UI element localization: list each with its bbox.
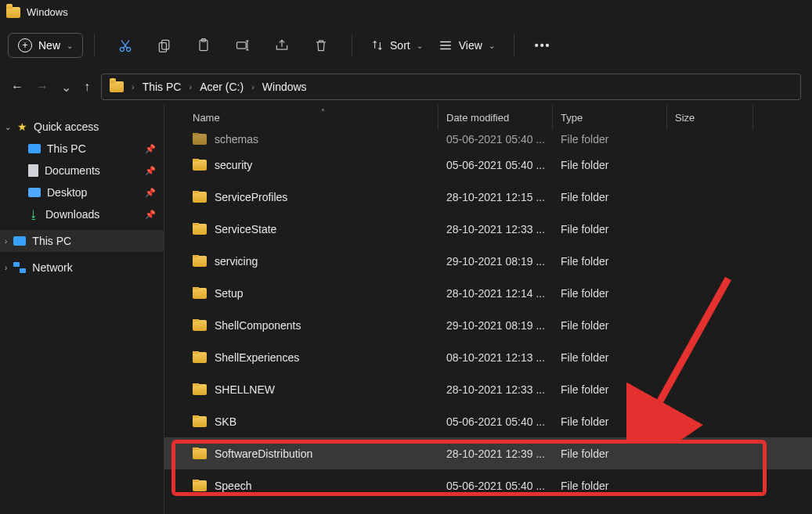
sidebar-item-label: This PC xyxy=(47,142,86,155)
file-name: SoftwareDistribution xyxy=(215,448,312,460)
file-row[interactable]: SHELLNEW28-10-2021 12:33 ...File folder xyxy=(164,373,812,405)
delete-icon[interactable] xyxy=(312,37,330,54)
copy-icon[interactable] xyxy=(156,37,173,54)
chevron-right-icon: › xyxy=(5,264,7,272)
column-name[interactable]: Name xyxy=(185,105,438,130)
window-title: Windows xyxy=(27,6,68,18)
file-type: File folder xyxy=(553,255,667,268)
file-date: 05-06-2021 05:40 ... xyxy=(438,159,553,171)
sidebar-item-label: Documents xyxy=(45,164,100,177)
desktop-icon xyxy=(28,188,41,197)
folder-icon xyxy=(193,352,207,363)
file-row[interactable]: Speech05-06-2021 05:40 ...File folder xyxy=(164,469,812,501)
separator xyxy=(94,34,95,56)
address-bar[interactable]: › This PC › Acer (C:) › Windows xyxy=(101,74,801,100)
folder-icon xyxy=(193,320,207,331)
file-type: File folder xyxy=(553,223,667,235)
file-date: 29-10-2021 08:19 ... xyxy=(438,255,553,268)
file-date: 28-10-2021 12:39 ... xyxy=(438,448,553,460)
file-name: ShellExperiences xyxy=(215,351,299,364)
new-button[interactable]: + New ⌄ xyxy=(8,33,83,58)
nav-bar: ← → ⌄ ↑ › This PC › Acer (C:) › Windows xyxy=(0,69,812,105)
cut-icon[interactable] xyxy=(117,37,134,54)
up-button[interactable]: ↑ xyxy=(84,80,90,94)
view-button[interactable]: View ⌄ xyxy=(438,39,495,52)
svg-rect-2 xyxy=(162,40,169,49)
file-name: Speech xyxy=(215,480,251,492)
svg-rect-6 xyxy=(237,42,247,49)
file-date: 29-10-2021 08:19 ... xyxy=(438,319,553,332)
file-type: File folder xyxy=(553,319,667,332)
sidebar-this-pc-quick[interactable]: This PC 📌 xyxy=(0,138,164,160)
back-button[interactable]: ← xyxy=(11,80,23,94)
forward-button[interactable]: → xyxy=(36,80,49,94)
chevron-right-icon: › xyxy=(251,82,254,92)
file-row[interactable]: schemas05-06-2021 05:40 ...File folder xyxy=(164,130,812,149)
chevron-down-icon: ⌄ xyxy=(5,123,11,131)
column-type[interactable]: Type xyxy=(553,105,667,130)
more-button[interactable]: ••• xyxy=(535,39,551,52)
file-type: File folder xyxy=(553,480,667,492)
folder-icon xyxy=(193,224,207,235)
sidebar-documents[interactable]: Documents 📌 xyxy=(0,160,164,182)
file-row[interactable]: ServiceProfiles28-10-2021 12:15 ...File … xyxy=(164,181,812,213)
file-row[interactable]: ServiceState28-10-2021 12:33 ...File fol… xyxy=(164,213,812,245)
file-type: File folder xyxy=(553,351,667,364)
file-date: 05-06-2021 05:40 ... xyxy=(438,480,553,492)
separator xyxy=(352,34,352,56)
file-name: ServiceState xyxy=(215,223,276,235)
file-row[interactable]: ShellExperiences08-10-2021 12:13 ...File… xyxy=(164,341,812,373)
file-list-area: ˄ Name Date modified Type Size schemas05… xyxy=(164,105,812,514)
chevron-right-icon: › xyxy=(5,237,7,246)
recent-locations-button[interactable]: ⌄ xyxy=(61,80,71,95)
file-type: File folder xyxy=(553,448,667,460)
chevron-down-icon: ⌄ xyxy=(67,41,73,50)
file-row[interactable]: SoftwareDistribution28-10-2021 12:39 ...… xyxy=(164,437,812,469)
breadcrumb-drive[interactable]: Acer (C:) xyxy=(200,81,244,93)
folder-icon xyxy=(193,384,207,395)
sort-label: Sort xyxy=(390,39,410,52)
file-date: 28-10-2021 12:14 ... xyxy=(438,287,553,300)
sidebar-this-pc[interactable]: › This PC xyxy=(0,230,164,252)
file-name: ShellComponents xyxy=(215,319,301,332)
pin-icon: 📌 xyxy=(145,144,156,154)
folder-icon xyxy=(193,134,207,145)
file-name: Setup xyxy=(215,287,244,300)
file-row[interactable]: ShellComponents29-10-2021 08:19 ...File … xyxy=(164,309,812,341)
folder-icon xyxy=(193,448,207,459)
rename-icon[interactable] xyxy=(234,37,251,54)
file-type: File folder xyxy=(553,415,667,428)
network-icon xyxy=(13,262,26,273)
sidebar-desktop[interactable]: Desktop 📌 xyxy=(0,182,164,203)
pin-icon: 📌 xyxy=(145,166,156,176)
file-date: 28-10-2021 12:33 ... xyxy=(438,383,553,396)
star-icon: ★ xyxy=(17,120,27,133)
file-row[interactable]: security05-06-2021 05:40 ...File folder xyxy=(164,149,812,181)
column-headers: ˄ Name Date modified Type Size xyxy=(164,105,812,130)
column-date[interactable]: Date modified xyxy=(438,105,553,130)
sort-button[interactable]: Sort ⌄ xyxy=(371,39,423,52)
breadcrumb-this-pc[interactable]: This PC xyxy=(143,81,182,93)
file-row[interactable]: SKB05-06-2021 05:40 ...File folder xyxy=(164,405,812,437)
sidebar-downloads[interactable]: ⭳ Downloads 📌 xyxy=(0,203,164,225)
svg-point-1 xyxy=(127,48,131,52)
file-date: 28-10-2021 12:33 ... xyxy=(438,223,553,235)
chevron-right-icon: › xyxy=(189,82,192,92)
sidebar-item-label: This PC xyxy=(32,235,71,247)
view-icon xyxy=(438,40,453,51)
folder-icon xyxy=(193,480,207,491)
folder-icon xyxy=(193,288,207,299)
pin-icon: 📌 xyxy=(145,210,156,220)
separator xyxy=(514,34,514,56)
column-size[interactable]: Size xyxy=(667,105,753,130)
view-label: View xyxy=(459,39,482,52)
sidebar-network[interactable]: › Network xyxy=(0,257,164,279)
share-icon[interactable] xyxy=(273,37,291,54)
file-date: 08-10-2021 12:13 ... xyxy=(438,351,553,364)
file-row[interactable]: servicing29-10-2021 08:19 ...File folder xyxy=(164,245,812,277)
sidebar-quick-access[interactable]: ⌄ ★ Quick access xyxy=(0,116,164,138)
breadcrumb-windows[interactable]: Windows xyxy=(262,81,307,93)
file-row[interactable]: Setup28-10-2021 12:14 ...File folder xyxy=(164,277,812,309)
folder-icon xyxy=(193,160,207,171)
paste-icon[interactable] xyxy=(195,37,212,54)
